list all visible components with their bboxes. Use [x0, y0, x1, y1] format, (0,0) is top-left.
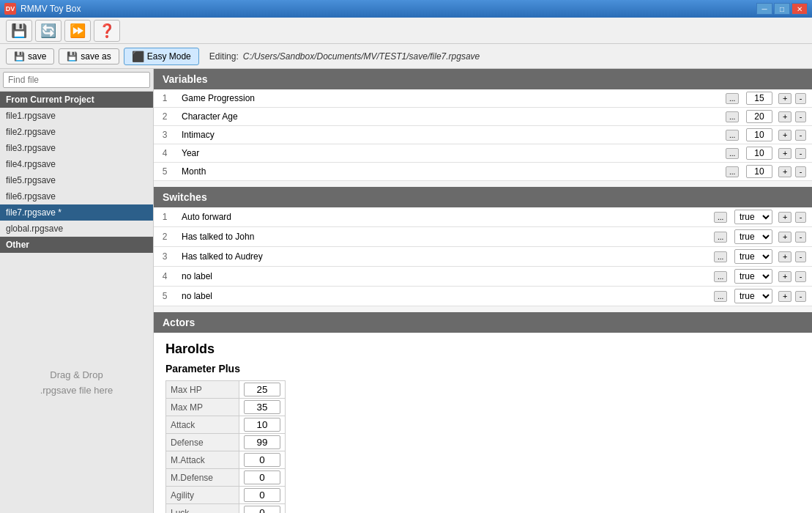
dots-cell: ... [723, 108, 743, 126]
dots-button[interactable]: ... [726, 93, 739, 104]
value-input[interactable] [746, 128, 772, 141]
increment-button[interactable]: + [778, 271, 791, 282]
param-value[interactable] [239, 381, 286, 399]
decrement-button[interactable]: - [795, 93, 807, 104]
value-cell[interactable]: truefalse [731, 227, 775, 247]
increment-button[interactable]: + [778, 166, 791, 177]
param-label: Agility [166, 487, 239, 504]
app-title: RMMV Toy Box [21, 4, 756, 14]
easy-mode-button[interactable]: ⬛ Easy Mode [124, 48, 199, 65]
row-number: 1 [154, 207, 176, 227]
increment-button[interactable]: + [778, 93, 791, 104]
table-row: 3 Has talked to Audrey ... truefalse + - [154, 247, 812, 267]
decrement-button[interactable]: - [795, 212, 807, 223]
param-input[interactable] [244, 383, 280, 396]
increment-button[interactable]: + [778, 212, 791, 223]
value-input[interactable] [746, 147, 772, 160]
decrement-button[interactable]: - [795, 111, 807, 122]
sidebar-item-file7[interactable]: file7.rpgsave * [0, 204, 153, 221]
increment-button[interactable]: + [778, 291, 791, 302]
switch-select[interactable]: truefalse [734, 210, 772, 224]
increment-button[interactable]: + [778, 148, 791, 159]
easy-mode-icon: ⬛ [132, 51, 144, 62]
refresh-icon: 🔄 [40, 23, 56, 39]
switch-select[interactable]: truefalse [734, 289, 772, 303]
dots-button[interactable]: ... [726, 111, 739, 122]
forward-button[interactable]: ⏩ [64, 20, 91, 42]
param-row: Agility [166, 487, 286, 504]
value-cell[interactable]: truefalse [731, 287, 775, 306]
switch-select[interactable]: truefalse [734, 269, 772, 284]
maximize-button[interactable]: □ [774, 3, 790, 15]
save-button[interactable]: 💾 save [6, 48, 54, 64]
decrement-button[interactable]: - [795, 291, 807, 302]
dots-button[interactable]: ... [714, 212, 727, 223]
dots-button[interactable]: ... [726, 130, 739, 141]
decrement-button[interactable]: - [795, 271, 807, 282]
value-input[interactable] [746, 92, 772, 105]
sidebar-item-file1[interactable]: file1.rpgsave [0, 108, 153, 124]
sidebar-item-file5[interactable]: file5.rpgsave [0, 172, 153, 188]
increment-button[interactable]: + [778, 251, 791, 262]
content-area: Variables 1 Game Progression ... + - 2 C… [154, 69, 812, 513]
value-cell[interactable] [743, 89, 775, 108]
param-value[interactable] [239, 434, 286, 451]
param-value[interactable] [239, 399, 286, 416]
switch-select[interactable]: truefalse [734, 249, 772, 264]
increment-button[interactable]: + [778, 130, 791, 141]
decrement-button[interactable]: - [795, 166, 807, 177]
param-input[interactable] [244, 488, 280, 502]
minimize-button[interactable]: ─ [756, 3, 772, 15]
close-button[interactable]: ✕ [791, 3, 808, 15]
decrement-button[interactable]: - [795, 148, 807, 159]
decrement-button[interactable]: - [795, 232, 807, 243]
value-cell[interactable] [743, 108, 775, 126]
actors-section: Actors Harolds Parameter Plus Max HP Max… [154, 312, 812, 513]
value-cell[interactable]: truefalse [731, 207, 775, 227]
dots-button[interactable]: ... [714, 291, 727, 302]
param-value[interactable] [239, 416, 286, 434]
param-input[interactable] [244, 506, 280, 513]
param-value[interactable] [239, 469, 286, 487]
dots-button[interactable]: ... [714, 251, 727, 262]
search-input[interactable] [3, 72, 150, 88]
refresh-button[interactable]: 🔄 [35, 20, 62, 42]
sidebar-item-file3[interactable]: file3.rpgsave [0, 140, 153, 156]
value-cell[interactable]: truefalse [731, 267, 775, 287]
variables-table: 1 Game Progression ... + - 2 Character A… [154, 89, 812, 181]
dots-button[interactable]: ... [726, 166, 739, 177]
value-input[interactable] [746, 165, 772, 178]
param-input[interactable] [244, 418, 280, 432]
table-row: 1 Auto forward ... truefalse + - [154, 207, 812, 227]
value-cell[interactable]: truefalse [731, 247, 775, 267]
help-button[interactable]: ❓ [94, 20, 120, 42]
param-value[interactable] [239, 451, 286, 469]
increment-button[interactable]: + [778, 111, 791, 122]
save-toolbar-button[interactable]: 💾 [6, 20, 32, 42]
value-cell[interactable] [743, 144, 775, 163]
param-value[interactable] [239, 487, 286, 504]
dots-button[interactable]: ... [714, 232, 727, 243]
dots-cell: ... [711, 267, 731, 287]
sidebar-item-file4[interactable]: file4.rpgsave [0, 156, 153, 172]
value-input[interactable] [746, 110, 772, 123]
param-input[interactable] [244, 453, 280, 467]
value-cell[interactable] [743, 126, 775, 144]
decrement-button[interactable]: - [795, 130, 807, 141]
sidebar-item-file2[interactable]: file2.rpgsave [0, 124, 153, 140]
actor-content: Harolds Parameter Plus Max HP Max MP Att… [154, 333, 812, 513]
value-cell[interactable] [743, 163, 775, 181]
param-input[interactable] [244, 435, 280, 449]
param-value[interactable] [239, 504, 286, 514]
increment-button[interactable]: + [778, 232, 791, 243]
dots-button[interactable]: ... [726, 148, 739, 159]
dots-cell: ... [711, 247, 731, 267]
param-input[interactable] [244, 470, 280, 484]
sidebar-item-file6[interactable]: file6.rpgsave [0, 188, 153, 204]
sidebar-item-global[interactable]: global.rpgsave [0, 221, 153, 237]
param-input[interactable] [244, 400, 280, 414]
save-as-button[interactable]: 💾 save as [59, 48, 119, 64]
switch-select[interactable]: truefalse [734, 229, 772, 244]
decrement-button[interactable]: - [795, 251, 807, 262]
dots-button[interactable]: ... [714, 271, 727, 282]
